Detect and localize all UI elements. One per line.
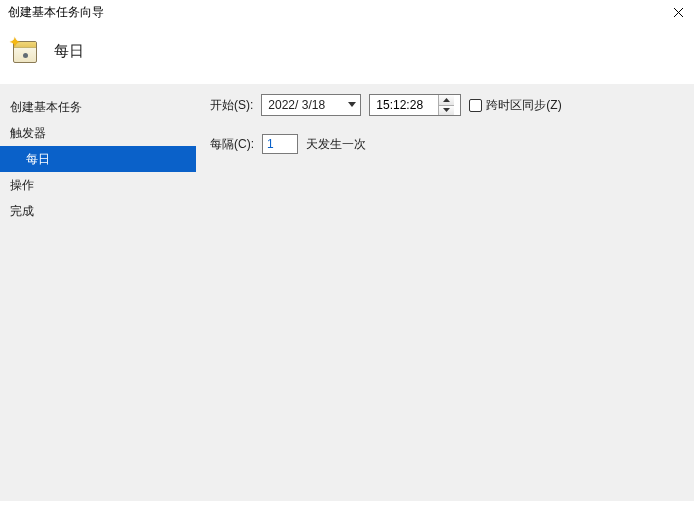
wizard-calendar-icon: ✦ (10, 36, 40, 66)
start-date-picker[interactable]: 2022/ 3/18 (261, 94, 361, 116)
page-heading: 每日 (54, 42, 84, 61)
start-time-input[interactable] (370, 95, 438, 115)
sidebar-item-trigger[interactable]: 触发器 (0, 120, 196, 146)
checkbox-box (469, 99, 482, 112)
start-time-spinner[interactable] (369, 94, 461, 116)
sidebar-item-daily[interactable]: 每日 (0, 146, 196, 172)
wizard-steps-sidebar: 创建基本任务 触发器 每日 操作 完成 (0, 84, 196, 501)
sidebar-item-action[interactable]: 操作 (0, 172, 196, 198)
sidebar-item-create-basic-task[interactable]: 创建基本任务 (0, 94, 196, 120)
window-title: 创建基本任务向导 (8, 4, 104, 21)
start-date-value: 2022/ 3/18 (268, 98, 325, 112)
chevron-down-icon (348, 102, 356, 108)
sync-timezones-label: 跨时区同步(Z) (486, 97, 561, 114)
time-step-down-button[interactable] (439, 105, 454, 116)
time-step-up-button[interactable] (439, 95, 454, 105)
sync-timezones-checkbox[interactable]: 跨时区同步(Z) (469, 97, 561, 114)
close-icon (673, 7, 684, 18)
recur-days-input[interactable] (262, 134, 298, 154)
sidebar-item-finish[interactable]: 完成 (0, 198, 196, 224)
close-button[interactable] (670, 4, 686, 20)
recur-label-after: 天发生一次 (306, 136, 366, 153)
caret-down-icon (443, 108, 450, 112)
caret-up-icon (443, 98, 450, 102)
start-label: 开始(S): (210, 97, 253, 114)
recur-label-before: 每隔(C): (210, 136, 254, 153)
